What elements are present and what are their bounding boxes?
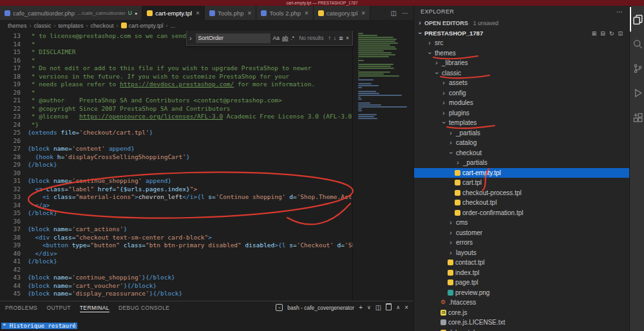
open-editors-section[interactable]: › OPEN EDITORS 1 unsaved [414,17,629,28]
file-checkout.tpl[interactable]: checkout.tpl [414,198,629,208]
breadcrumb-item[interactable]: classic [34,23,52,29]
chevron-right-icon: › [448,229,454,236]
tab-cafe_catmultiorder.php[interactable]: cafe_catmultiorder.php.../cafe_catmultio… [0,6,142,20]
file-core.js[interactable]: JScore.js [414,308,629,318]
file-.htaccess[interactable]: ⚙.htaccess [414,298,629,308]
close-tab-icon[interactable]: × [196,10,200,17]
toggle-replace-icon[interactable]: › [188,34,193,43]
folder-_partials[interactable]: ›_partials [414,158,629,168]
find-input[interactable] [196,33,270,43]
breadcrumb-item[interactable]: templates [59,23,84,29]
folder-config[interactable]: ›config [414,88,629,99]
line-number: 32 [0,185,21,194]
panel-tab-output[interactable]: OUTPUT [46,303,70,312]
folder-_partials[interactable]: ›_partials [414,128,629,138]
folder-classic[interactable]: ›classic [414,68,629,79]
refresh-explorer-icon[interactable]: ↻ [609,30,614,37]
folder-_libraries[interactable]: ›_libraries [414,58,629,68]
minimap[interactable] [353,31,413,301]
file-cart.tpl[interactable]: cart.tpl [414,178,629,188]
folder-assets[interactable]: ›assets [414,78,629,88]
explorer-more-icon[interactable]: ⋯ [616,8,623,15]
close-find-icon[interactable]: × [346,34,349,43]
split-editor-icon[interactable]: ◫ [391,10,397,17]
close-panel-icon[interactable]: × [404,304,408,311]
panel-tab-debug-console[interactable]: DEBUG CONSOLE [118,303,169,312]
file-index.tpl[interactable]: index.tpl [414,268,629,278]
folder-templates[interactable]: ›templates [414,118,629,128]
folder-cms[interactable]: ›cms [414,218,629,228]
close-tab-icon[interactable]: × [248,10,252,17]
run-debug-icon[interactable] [630,80,644,105]
find-widget: › Aa ab .* No results ↑ ↓ ≣ × [186,31,353,46]
folder-checkout[interactable]: ›checkout [414,148,629,158]
new-folder-icon[interactable]: ⊟ [600,30,605,37]
terminal-session-label[interactable]: bash - cafe_covergenerator [287,305,354,311]
minimap-line [358,54,395,55]
breadcrumb-item[interactable]: checkout [91,23,114,29]
file-preview.png[interactable]: preview.png [414,288,629,298]
split-terminal-icon[interactable]: ◫ [375,304,381,311]
workspace-root[interactable]: › PRESTASHOP_1787 ⊞ ⊟ ↻ ⊡ [414,28,629,38]
next-match-icon[interactable]: ↓ [334,34,336,43]
file-order-confirmation.tpl[interactable]: order-confirmation.tpl [414,208,629,218]
new-terminal-icon[interactable]: + [359,304,363,311]
tab-label: category.tpl [327,10,357,17]
chevron-right-icon: › [448,239,454,246]
file-page.tpl[interactable]: page.tpl [414,278,629,288]
maximize-panel-icon[interactable]: ∧ [396,305,400,310]
tab-Tools.php[interactable]: Tools.php× [205,6,257,20]
file-checkout-process.tpl[interactable]: checkout-process.tpl [414,188,629,198]
file-cart-empty.tpl[interactable]: cart-empty.tpl [414,168,629,178]
file-core.js.LICENSE.txt[interactable]: core.js.LICENSE.txt [414,317,629,328]
minimap-line [358,52,392,53]
folder-customer[interactable]: ›customer [414,228,629,238]
line-number: 14 [0,41,21,49]
minimap-line [358,110,362,111]
minimap-line [358,106,407,108]
kill-terminal-icon[interactable] [386,303,392,312]
code-editor[interactable]: 1314151617181920212223242526272829303132… [0,31,413,301]
whole-word-icon[interactable]: ab [282,34,288,43]
minimap-line [358,75,399,77]
explorer-icon[interactable] [630,7,644,32]
tpl-file-icon [448,279,453,285]
tab-cart-empty.tpl[interactable]: cart-empty.tpl× [142,6,205,20]
folder-catalog[interactable]: ›catalog [414,138,629,148]
find-in-selection-icon[interactable]: ≣ [339,34,343,43]
chevron-right-icon: › [448,249,454,256]
more-actions-icon[interactable]: ⋯ [402,10,408,17]
terminal-dropdown-icon[interactable]: ∨ [367,305,371,310]
close-tab-icon[interactable]: × [361,10,365,17]
breadcrumb-item[interactable]: ... [170,23,175,29]
search-icon[interactable] [630,32,644,56]
panel-tab-terminal[interactable]: TERMINAL [80,303,109,312]
folder-themes[interactable]: ›themes [414,48,629,59]
new-file-icon[interactable]: ⊞ [592,30,597,37]
tab-Tools 2.php[interactable]: Tools 2.php× [256,6,313,20]
window-title: cart-empty.tpl — PRESTASHOP_1787 [286,0,357,6]
folder-errors[interactable]: ›errors [414,238,629,248]
minimap-line [358,64,393,65]
extensions-icon[interactable] [630,105,644,129]
file-contact.tpl[interactable]: contact.tpl [414,258,629,268]
source-control-icon[interactable] [630,56,644,80]
folder-layouts[interactable]: ›layouts [414,248,629,258]
folder-modules[interactable]: ›modules [414,98,629,108]
chevron-right-icon: › [448,139,454,146]
tab-category.tpl[interactable]: category.tpl× [314,6,370,20]
tpl-file-icon [455,210,460,216]
line-number: 36 [0,218,21,226]
breadcrumb-item[interactable]: cart-empty.tpl [121,23,164,29]
folder-plugins[interactable]: ›plugins [414,108,629,118]
regex-icon[interactable]: .* [290,34,294,43]
breadcrumb-item[interactable]: themes [8,23,27,29]
collapse-folders-icon[interactable]: ⊡ [618,30,623,37]
prev-match-icon[interactable]: ↑ [328,34,330,43]
file-debug.tpl[interactable]: debug.tpl [414,328,629,331]
folder-src[interactable]: ›src [414,38,629,48]
close-tab-icon[interactable]: × [305,10,308,17]
panel-tab-problems[interactable]: PROBLEMS [5,303,37,312]
match-case-icon[interactable]: Aa [273,34,279,43]
terminal[interactable]: * Historique restauré [0,314,413,331]
